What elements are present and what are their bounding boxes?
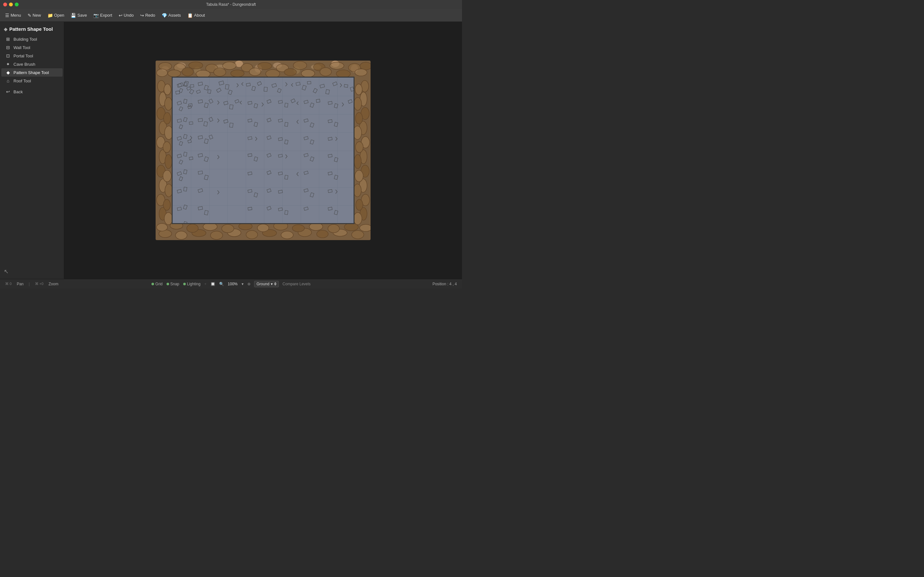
svg-rect-150: [177, 154, 182, 158]
new-button[interactable]: ✎ New: [25, 11, 44, 19]
svg-point-46: [292, 225, 304, 232]
ground-label: Ground: [257, 282, 270, 286]
svg-rect-183: [248, 119, 252, 122]
sidebar-item-roof-tool[interactable]: ⌂ Roof Tool: [1, 77, 63, 85]
statusbar-right: Position : 4 , 4: [433, 282, 457, 286]
undo-button[interactable]: ↩ Undo: [116, 11, 136, 19]
svg-rect-112: [272, 83, 276, 87]
svg-point-10: [330, 62, 344, 69]
svg-rect-147: [198, 135, 202, 139]
window-controls[interactable]: [3, 3, 19, 6]
svg-point-37: [352, 230, 364, 239]
redo-button[interactable]: ↪ Redo: [137, 11, 158, 19]
svg-point-62: [165, 97, 172, 110]
compare-levels-label[interactable]: Compare Levels: [283, 282, 310, 286]
maximize-button[interactable]: [15, 3, 19, 6]
svg-rect-195: [284, 140, 288, 144]
sidebar-item-back[interactable]: ↩ Back: [1, 87, 63, 96]
svg-point-35: [317, 230, 328, 238]
menu-button[interactable]: ☰ Menu: [3, 11, 24, 19]
sidebar-item-portal-tool[interactable]: ⊡ Portal Tool: [1, 52, 63, 60]
assets-icon: 💎: [162, 13, 167, 18]
svg-point-89: [356, 199, 363, 210]
about-button[interactable]: 📋 About: [185, 11, 208, 19]
snap-radio: [166, 283, 169, 285]
export-button[interactable]: 📷 Export: [91, 11, 115, 19]
save-icon: 💾: [71, 13, 76, 18]
save-label: Save: [78, 13, 87, 18]
sidebar-item-building-tool[interactable]: ⊞ Building Tool: [1, 35, 63, 43]
zoom-dropdown-icon[interactable]: ▾: [242, 282, 244, 286]
ground-selector[interactable]: Ground ▾: [254, 281, 279, 287]
close-button[interactable]: [3, 3, 7, 6]
svg-rect-224: [284, 210, 288, 214]
svg-rect-162: [184, 187, 187, 191]
pan-label: Pan: [17, 282, 23, 286]
svg-rect-144: [184, 134, 187, 139]
svg-rect-204: [310, 157, 314, 161]
svg-rect-212: [328, 172, 332, 175]
svg-rect-126: [179, 107, 183, 111]
save-button[interactable]: 💾 Save: [68, 11, 89, 19]
svg-point-83: [355, 113, 363, 124]
svg-rect-148: [204, 139, 208, 143]
sidebar-item-cave-brush[interactable]: ✦ Cave Brush: [1, 60, 63, 68]
svg-rect-160: [204, 175, 208, 180]
svg-rect-130: [209, 99, 213, 103]
sidebar-item-wall-tool[interactable]: ⊟ Wall Tool: [1, 43, 63, 52]
zoom-value: 100%: [228, 282, 238, 286]
svg-point-19: [249, 68, 261, 76]
svg-rect-122: [350, 87, 354, 91]
floor-pattern-svg: [173, 77, 354, 223]
canvas-area[interactable]: [64, 22, 462, 279]
sidebar-item-pattern-shape-tool[interactable]: ◆ Pattern Shape Tool: [1, 68, 63, 77]
statusbar-divider-1: +: [204, 282, 207, 286]
svg-rect-214: [248, 189, 252, 193]
svg-rect-176: [291, 99, 296, 103]
svg-point-82: [354, 97, 362, 110]
svg-rect-118: [320, 84, 325, 88]
about-label: About: [194, 13, 205, 18]
svg-rect-108: [246, 83, 250, 86]
lighting-toggle[interactable]: Lighting: [183, 282, 200, 286]
svg-rect-105: [225, 84, 229, 89]
position-y: 4: [455, 282, 457, 286]
svg-rect-132: [229, 105, 233, 109]
svg-rect-116: [307, 81, 311, 84]
svg-rect-172: [254, 103, 258, 108]
svg-point-90: [354, 213, 362, 225]
assets-button[interactable]: 💎 Assets: [159, 11, 184, 19]
svg-point-42: [222, 224, 234, 233]
new-icon: ✎: [27, 13, 31, 18]
pan-shortcut: ⌘ 0: [5, 282, 11, 286]
svg-rect-137: [179, 125, 183, 129]
svg-rect-127: [188, 105, 192, 109]
toolbar: ☰ Menu ✎ New 📁 Open 💾 Save 📷 Export ↩ Un…: [0, 9, 462, 22]
roof-tool-icon: ⌂: [5, 78, 11, 83]
svg-rect-169: [184, 221, 187, 223]
svg-rect-185: [267, 118, 271, 122]
svg-rect-121: [344, 84, 348, 87]
statusbar-left: ⌘ 0 Pan | ⌘ +0 Zoom: [5, 282, 58, 286]
svg-point-67: [163, 170, 171, 182]
open-icon: 📁: [47, 13, 53, 18]
undo-icon: ↩: [119, 13, 123, 18]
svg-point-25: [355, 69, 367, 76]
svg-rect-192: [248, 137, 252, 140]
assets-label: Assets: [168, 13, 181, 18]
svg-rect-222: [267, 206, 271, 210]
svg-rect-93: [190, 85, 194, 87]
svg-rect-164: [177, 207, 182, 211]
minimize-button[interactable]: [9, 3, 13, 6]
lighting-radio: [183, 283, 186, 285]
snap-toggle[interactable]: Snap: [166, 282, 179, 286]
cursor-icon: ↖: [0, 264, 64, 279]
grid-toggle[interactable]: Grid: [152, 282, 163, 286]
svg-rect-197: [310, 140, 314, 144]
building-tool-label: Building Tool: [13, 37, 37, 42]
open-button[interactable]: 📁 Open: [45, 11, 67, 19]
svg-rect-184: [254, 122, 258, 127]
svg-rect-217: [278, 190, 282, 193]
svg-rect-135: [183, 117, 187, 122]
svg-point-40: [187, 224, 198, 232]
